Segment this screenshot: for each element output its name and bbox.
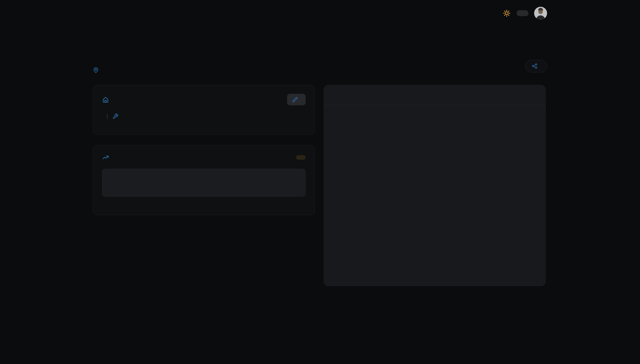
market-value-panel	[102, 169, 306, 197]
site-header	[0, 0, 640, 20]
avatar-image	[534, 7, 547, 20]
property-details-card: |	[93, 85, 315, 135]
pencil-icon	[292, 97, 298, 102]
price-area-chart[interactable]	[324, 105, 545, 244]
share-icon	[532, 63, 538, 69]
map-pin-icon	[93, 67, 99, 73]
theme-toggle-button[interactable]	[502, 9, 511, 18]
confidence-badge	[296, 155, 306, 160]
house-icon	[102, 96, 109, 103]
dashboard-button[interactable]	[516, 10, 528, 16]
user-avatar[interactable]	[534, 7, 547, 20]
sun-icon	[502, 9, 511, 17]
edit-details-button[interactable]	[287, 94, 306, 105]
share-estimate-button[interactable]	[525, 60, 547, 72]
price-chart-card	[324, 85, 546, 286]
trending-up-icon	[102, 154, 109, 161]
separator: |	[106, 113, 108, 119]
estimated-value-card	[93, 145, 315, 215]
wrench-icon	[112, 113, 118, 119]
